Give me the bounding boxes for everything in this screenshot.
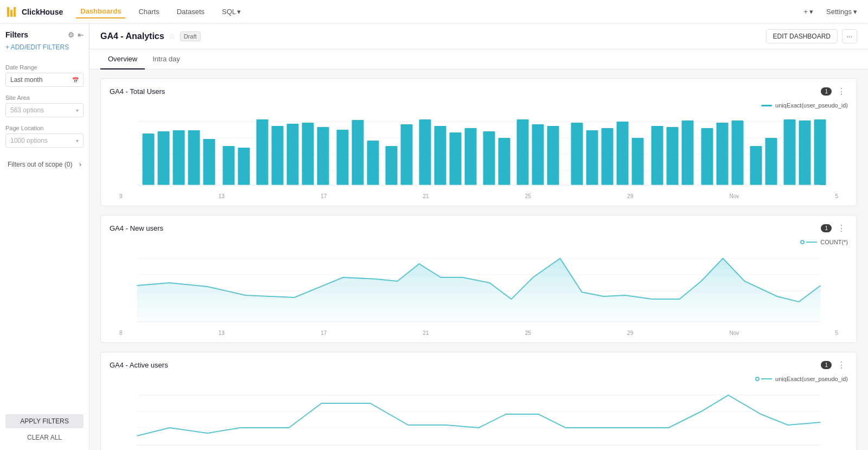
- main-content: GA4 - Analytics ☆ Draft EDIT DASHBOARD ·…: [90, 24, 868, 450]
- apply-filters-button[interactable]: APPLY FILTERS: [5, 414, 84, 428]
- dashboard-title-area: GA4 - Analytics ☆ Draft: [100, 31, 201, 41]
- chart-new-users-title: GA4 - New users: [110, 224, 163, 232]
- favorite-star-icon[interactable]: ☆: [169, 32, 176, 41]
- logo-text: ClickHouse: [22, 8, 63, 16]
- chart-active-users-legend: uniqExact(user_pseudo_id): [110, 376, 848, 382]
- chart-active-users-menu-icon[interactable]: ⋮: [835, 359, 848, 371]
- svg-rect-19: [337, 130, 349, 185]
- header-actions: EDIT DASHBOARD ···: [766, 29, 857, 43]
- draft-badge: Draft: [180, 31, 201, 41]
- svg-rect-36: [617, 122, 629, 185]
- svg-rect-30: [517, 119, 529, 185]
- page-location-label: Page Location: [5, 125, 84, 131]
- site-area-dropdown-icon: ▾: [76, 107, 79, 113]
- legend-new-users-line: [806, 242, 817, 243]
- svg-rect-41: [701, 128, 713, 185]
- svg-rect-43: [732, 121, 744, 185]
- date-range-calendar-icon: 📅: [72, 77, 79, 83]
- tab-intra-day[interactable]: Intra day: [145, 49, 188, 69]
- chart-new-users-menu-icon[interactable]: ⋮: [835, 222, 848, 234]
- sidebar-footer: APPLY FILTERS CLEAR ALL: [5, 408, 84, 443]
- area-chart-new-users-x-axis: 8 13 17 21 25 29 Nov 5: [114, 328, 844, 336]
- svg-rect-40: [682, 121, 694, 185]
- date-range-label: Date Range: [5, 64, 84, 71]
- nav-datasets[interactable]: Datasets: [173, 5, 209, 18]
- legend-new-users-label: COUNT(*): [820, 239, 848, 245]
- chart-new-users-actions: 1 ⋮: [821, 222, 848, 234]
- svg-rect-27: [465, 128, 477, 185]
- svg-rect-44: [750, 146, 762, 185]
- sidebar-filters: Filters ⚙ ⇤ + ADD/EDIT FILTERS Date Rang…: [0, 24, 90, 450]
- chart-new-users-header: GA4 - New users 1 ⋮: [110, 222, 848, 234]
- svg-rect-47: [799, 121, 811, 185]
- svg-rect-9: [173, 130, 185, 185]
- nav-charts[interactable]: Charts: [134, 5, 163, 18]
- charts-container: GA4 - Total Users 1 ⋮ uniqExact(user_pse…: [90, 69, 868, 450]
- site-area-select[interactable]: 563 options ▾: [5, 103, 84, 117]
- legend-active-users-line: [761, 378, 772, 379]
- chart-total-users-menu-icon[interactable]: ⋮: [835, 85, 848, 98]
- svg-rect-42: [717, 123, 729, 185]
- legend-active-users-dot: [755, 377, 760, 381]
- collapse-icon[interactable]: ⇤: [78, 31, 84, 39]
- svg-rect-17: [302, 123, 314, 185]
- sidebar-title-row: Filters ⚙ ⇤: [5, 30, 84, 39]
- svg-rect-37: [632, 138, 644, 185]
- clear-all-button[interactable]: CLEAR ALL: [5, 432, 84, 443]
- svg-rect-11: [203, 139, 215, 185]
- svg-rect-28: [483, 131, 495, 185]
- svg-rect-0: [7, 7, 9, 17]
- chart-new-users: GA4 - New users 1 ⋮ COUNT(*): [100, 215, 857, 343]
- settings-dropdown-icon: ▾: [853, 8, 857, 16]
- svg-rect-45: [765, 138, 777, 185]
- bar-chart-x-axis: 9 13 17 21 25 29 Nov 5: [114, 191, 844, 199]
- svg-rect-32: [547, 126, 559, 185]
- topnav-right-actions: + ▾ Settings ▾: [799, 5, 861, 18]
- legend-total-users-label: uniqExact(user_pseudo_id): [775, 102, 848, 109]
- bar-chart-svg: [114, 111, 844, 189]
- svg-rect-16: [287, 124, 299, 185]
- add-button[interactable]: + ▾: [799, 5, 818, 18]
- chart-total-users-query-badge: 1: [821, 87, 832, 96]
- svg-rect-33: [571, 123, 583, 185]
- main-layout: Filters ⚙ ⇤ + ADD/EDIT FILTERS Date Rang…: [0, 24, 868, 450]
- svg-rect-23: [401, 124, 413, 185]
- filters-out-of-scope[interactable]: Filters out of scope (0) ›: [5, 157, 84, 172]
- svg-rect-12: [223, 146, 235, 185]
- date-range-select[interactable]: Last month 📅: [5, 73, 84, 87]
- chart-total-users-legend: uniqExact(user_pseudo_id): [110, 102, 848, 109]
- svg-rect-13: [238, 148, 250, 185]
- chart-total-users: GA4 - Total Users 1 ⋮ uniqExact(user_pse…: [100, 78, 857, 206]
- chart-total-users-header: GA4 - Total Users 1 ⋮: [110, 85, 848, 98]
- add-edit-filters-link[interactable]: + ADD/EDIT FILTERS: [5, 43, 84, 51]
- chart-total-users-title: GA4 - Total Users: [110, 87, 165, 96]
- content-header: GA4 - Analytics ☆ Draft EDIT DASHBOARD ·…: [90, 24, 868, 49]
- svg-rect-26: [450, 132, 462, 185]
- nav-dashboards[interactable]: Dashboards: [76, 5, 125, 18]
- svg-rect-8: [158, 131, 170, 185]
- edit-dashboard-button[interactable]: EDIT DASHBOARD: [766, 29, 838, 43]
- logo-area: ClickHouse: [7, 6, 63, 18]
- svg-rect-2: [14, 7, 16, 17]
- svg-rect-39: [667, 127, 679, 185]
- svg-rect-34: [586, 130, 598, 185]
- svg-rect-10: [188, 130, 200, 185]
- settings-icon[interactable]: ⚙: [68, 31, 74, 39]
- legend-bar-color: [761, 105, 772, 106]
- tabs-row: Overview Intra day: [90, 49, 868, 69]
- svg-rect-31: [532, 124, 544, 185]
- tab-overview[interactable]: Overview: [100, 49, 145, 69]
- page-location-select[interactable]: 1000 options ▾: [5, 134, 84, 148]
- clickhouse-logo: [7, 6, 18, 18]
- add-dropdown-icon: ▾: [809, 8, 813, 16]
- settings-button[interactable]: Settings ▾: [822, 5, 861, 18]
- svg-rect-24: [419, 119, 431, 185]
- chart-active-users-title: GA4 - Active users: [110, 361, 168, 369]
- more-options-button[interactable]: ···: [842, 29, 857, 43]
- nav-sql[interactable]: SQL ▾: [218, 5, 245, 18]
- svg-rect-21: [367, 141, 379, 185]
- legend-active-users-label: uniqExact(user_pseudo_id): [775, 376, 848, 382]
- legend-new-users-dot: [800, 240, 805, 244]
- sql-dropdown-icon: ▾: [237, 8, 241, 16]
- svg-rect-7: [143, 134, 155, 185]
